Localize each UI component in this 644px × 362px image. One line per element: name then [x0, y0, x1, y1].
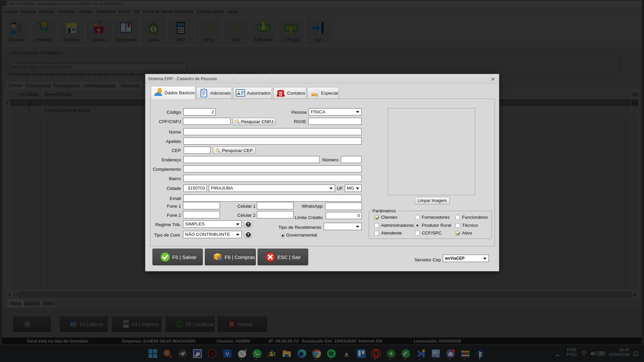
svg-text:z: z [637, 351, 638, 353]
svg-text:M: M [270, 351, 276, 358]
svg-text:5: 5 [245, 349, 247, 352]
svg-text:e: e [210, 25, 213, 32]
svg-text:64: 64 [433, 351, 436, 354]
svg-text:S: S [211, 351, 214, 356]
svg-text:3: 3 [479, 352, 482, 356]
svg-text:a: a [345, 351, 348, 357]
svg-text:V: V [226, 351, 229, 357]
svg-text:LUX: LUX [195, 355, 197, 357]
svg-text:10: 10 [436, 354, 439, 357]
svg-text:$: $ [152, 27, 155, 32]
svg-text:e: e [237, 25, 240, 32]
